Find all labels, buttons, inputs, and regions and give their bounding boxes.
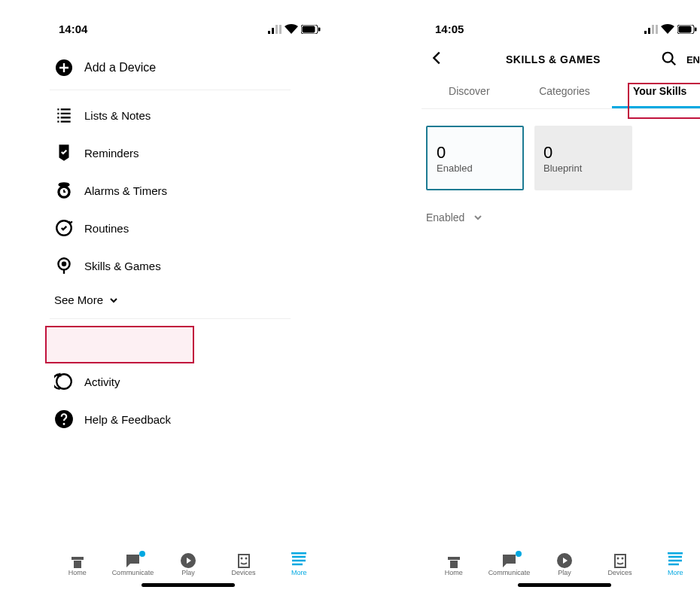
svg-point-19 bbox=[240, 558, 242, 560]
svg-point-31 bbox=[616, 558, 619, 560]
chevron-left-icon bbox=[429, 50, 446, 66]
tab-categories[interactable]: Categories bbox=[517, 76, 613, 108]
home-indicator bbox=[142, 583, 235, 587]
svg-rect-5 bbox=[303, 26, 315, 32]
add-device-row[interactable]: Add a Device bbox=[50, 49, 327, 87]
svg-rect-27 bbox=[679, 26, 692, 32]
list-icon bbox=[54, 105, 74, 125]
back-button[interactable] bbox=[429, 50, 446, 69]
battery-icon bbox=[301, 25, 321, 34]
tab-devices[interactable]: Devices bbox=[598, 552, 642, 576]
svg-point-29 bbox=[663, 52, 673, 62]
page-title: SKILLS & GAMES bbox=[506, 53, 601, 65]
notification-dot-icon bbox=[139, 551, 145, 557]
plus-circle-icon bbox=[54, 58, 74, 78]
svg-rect-24 bbox=[652, 25, 654, 34]
svg-rect-22 bbox=[644, 31, 647, 34]
svg-point-20 bbox=[245, 558, 247, 560]
svg-rect-28 bbox=[695, 27, 697, 31]
clock: 14:05 bbox=[435, 23, 464, 35]
tab-communicate[interactable]: Communicate bbox=[487, 552, 531, 576]
svg-rect-1 bbox=[272, 28, 274, 34]
signal-icon bbox=[644, 25, 658, 34]
svg-rect-0 bbox=[268, 31, 270, 34]
svg-rect-33 bbox=[668, 552, 683, 555]
row-routines[interactable]: Routines bbox=[50, 209, 327, 247]
tab-home[interactable]: Home bbox=[56, 552, 99, 576]
tab-communicate[interactable]: Communicate bbox=[111, 552, 154, 576]
svg-rect-6 bbox=[318, 27, 321, 31]
tile-enabled[interactable]: 0 Enabled bbox=[426, 126, 524, 190]
svg-rect-2 bbox=[275, 25, 278, 34]
home-indicator bbox=[518, 583, 611, 587]
row-reminders[interactable]: Reminders bbox=[50, 134, 327, 172]
wifi-icon bbox=[285, 24, 298, 35]
routines-icon bbox=[54, 218, 74, 238]
add-device-label: Add a Device bbox=[84, 61, 156, 74]
svg-rect-23 bbox=[648, 28, 650, 34]
svg-rect-3 bbox=[279, 25, 282, 34]
play-icon bbox=[555, 552, 574, 569]
svg-point-13 bbox=[62, 262, 67, 267]
tab-devices[interactable]: Devices bbox=[222, 552, 266, 576]
home-icon bbox=[68, 552, 87, 569]
notification-dot-icon bbox=[516, 551, 522, 557]
tab-more[interactable]: More bbox=[277, 552, 321, 576]
play-icon bbox=[179, 552, 197, 569]
alarm-icon bbox=[54, 181, 74, 200]
blueprint-count: 0 bbox=[543, 143, 623, 163]
enabled-count: 0 bbox=[437, 143, 513, 163]
tab-play[interactable]: Play bbox=[543, 552, 586, 576]
bottom-tabbar: Home Communicate Play Devices More bbox=[422, 552, 700, 576]
status-bar: 14:05 bbox=[422, 0, 700, 43]
svg-point-32 bbox=[621, 558, 623, 560]
row-alarms-timers[interactable]: Alarms & Timers bbox=[50, 172, 327, 209]
svg-rect-21 bbox=[291, 552, 306, 555]
row-lists-notes[interactable]: Lists & Notes bbox=[50, 96, 327, 134]
signal-icon bbox=[268, 25, 282, 34]
divider bbox=[50, 90, 291, 90]
more-screen: 14:04 Add a Device Lists & Notes Reminde… bbox=[45, 0, 331, 587]
tab-home[interactable]: Home bbox=[432, 552, 476, 576]
skills-screen: 14:05 SKILLS & GAMES EN Discover Categor… bbox=[422, 0, 700, 587]
svg-rect-25 bbox=[656, 25, 658, 34]
row-help-feedback[interactable]: Help & Feedback bbox=[50, 400, 327, 438]
tile-blueprint[interactable]: 0 Blueprint bbox=[534, 126, 632, 190]
devices-icon bbox=[611, 552, 629, 569]
row-skills-games[interactable]: Skills & Games bbox=[50, 247, 327, 284]
bottom-tabbar: Home Communicate Play Devices More bbox=[45, 552, 331, 576]
status-bar: 14:04 bbox=[45, 0, 331, 43]
row-activity[interactable]: Activity bbox=[50, 363, 327, 400]
wifi-icon bbox=[661, 24, 674, 35]
highlight-skills-games bbox=[45, 326, 194, 363]
more-icon bbox=[290, 552, 308, 569]
filter-dropdown[interactable]: Enabled bbox=[422, 198, 700, 237]
search-icon bbox=[661, 50, 677, 67]
divider bbox=[50, 318, 291, 319]
language-button[interactable]: EN bbox=[686, 54, 700, 65]
battery-icon bbox=[677, 25, 697, 34]
see-more-button[interactable]: See More bbox=[50, 284, 327, 315]
tab-discover[interactable]: Discover bbox=[422, 76, 517, 108]
header-bar: SKILLS & GAMES EN bbox=[422, 43, 700, 76]
help-icon bbox=[54, 409, 74, 429]
search-button[interactable] bbox=[661, 50, 677, 69]
devices-icon bbox=[235, 552, 253, 569]
activity-icon bbox=[54, 372, 74, 391]
home-icon bbox=[445, 552, 463, 569]
highlight-your-skills bbox=[628, 83, 700, 119]
tab-play[interactable]: Play bbox=[166, 552, 210, 576]
chevron-down-icon bbox=[473, 213, 482, 222]
skills-icon bbox=[54, 256, 74, 275]
enabled-label: Enabled bbox=[437, 163, 513, 174]
blueprint-label: Blueprint bbox=[543, 163, 623, 174]
clock: 14:04 bbox=[59, 23, 87, 35]
reminder-icon bbox=[54, 143, 74, 163]
svg-point-17 bbox=[63, 423, 65, 425]
more-icon bbox=[666, 552, 684, 569]
tab-more[interactable]: More bbox=[653, 552, 697, 576]
chevron-down-icon bbox=[109, 296, 118, 305]
